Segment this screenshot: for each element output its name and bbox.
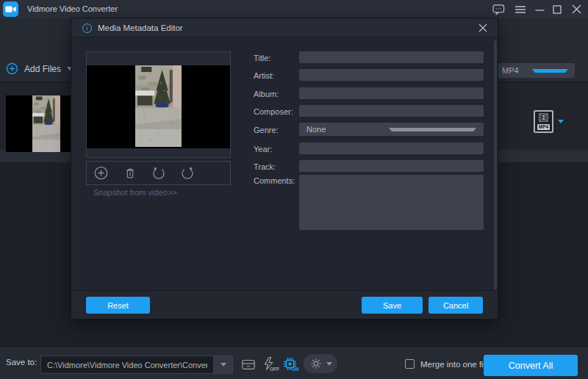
title-bar: Vidmore Video Converter [0,0,588,18]
dialog-footer: Reset Save Cancel [71,290,498,319]
bottom-bar: Save to: OFF ON [0,346,588,379]
snapshot-from-video-link[interactable]: Snapshot from video>> [93,188,177,197]
mp4-file-icon[interactable]: MP4 [534,110,553,133]
add-files-label: Add Files [24,64,61,74]
mp4-badge-label: MP4 [537,124,550,130]
output-folder-icon [241,357,256,371]
genre-label: Genre: [254,126,279,134]
track-label: Track: [254,162,276,171]
format-caret-icon [532,69,568,73]
gpu-accel-on-button[interactable]: ON [280,354,300,374]
feedback-icon[interactable] [490,0,507,18]
title-field[interactable] [299,51,484,63]
film-icon [539,113,548,122]
delete-cover-button[interactable] [118,162,142,184]
merge-option: Merge into one file [405,359,490,369]
save-path-field[interactable] [40,355,214,374]
row-output-format: MP4 [534,110,564,133]
dialog-header: i Media Metadata Editor [71,18,498,37]
minimize-button[interactable] [531,0,548,18]
plus-circle-icon [93,165,109,181]
comments-label: Comments: [254,176,295,185]
artist-label: Artist: [254,71,274,80]
rotate-left-button[interactable] [146,162,171,184]
plus-circle-icon [6,62,18,75]
close-window-button[interactable] [567,0,586,18]
year-label: Year: [254,145,272,154]
rotate-cw-icon [180,166,195,181]
album-field[interactable] [299,87,484,99]
trash-icon [123,166,137,181]
app-title: Vidmore Video Converter [27,0,118,18]
menu-icon[interactable] [512,0,529,18]
close-icon [478,24,487,32]
composer-label: Composer: [254,107,293,116]
path-caret-icon [220,363,226,367]
title-label: Title: [254,54,270,62]
output-format-select[interactable]: MP4 [495,63,575,78]
cover-image [87,65,230,148]
media-metadata-editor-dialog: i Media Metadata Editor [71,18,498,319]
off-label: OFF [270,367,279,372]
hardware-accel-off-button[interactable]: OFF [259,354,279,374]
add-cover-button[interactable] [89,162,113,184]
video-thumbnail[interactable] [6,95,71,152]
artist-field[interactable] [299,69,484,81]
cover-toolbar [86,161,231,185]
cancel-button[interactable]: Cancel [429,297,483,314]
comments-field[interactable] [299,175,484,230]
dialog-close-button[interactable] [473,19,492,37]
row-format-caret-icon[interactable] [558,120,564,123]
gear-icon [309,357,323,370]
maximize-button[interactable] [548,0,566,18]
app-window: Vidmore Video Converter [0,0,588,379]
genre-caret-icon [389,128,477,131]
dialog-scrollbar[interactable] [494,40,497,290]
genre-select[interactable]: None [299,123,484,136]
save-to-label: Save to: [6,358,37,367]
open-folder-button[interactable] [238,354,258,374]
on-label: ON [292,367,299,372]
reset-button[interactable]: Reset [86,297,150,314]
info-icon: i [82,24,92,33]
merge-checkbox[interactable] [405,359,415,369]
app-logo-icon [3,1,18,17]
rotate-right-button[interactable] [175,162,199,184]
composer-field[interactable] [299,105,484,117]
track-field[interactable] [299,160,484,172]
album-label: Album: [254,90,279,98]
save-button[interactable]: Save [362,297,423,314]
settings-button[interactable] [304,354,337,373]
output-format-value: MP4 [502,66,532,75]
dialog-title: Media Metadata Editor [98,18,183,37]
genre-value: None [306,125,389,134]
convert-all-button[interactable]: Convert All [484,355,578,376]
rotate-ccw-icon [151,166,166,181]
merge-label: Merge into one file [420,360,490,369]
add-files-button[interactable]: Add Files [6,62,73,75]
save-path-dropdown[interactable] [214,355,233,374]
settings-caret-icon [326,362,332,366]
year-field[interactable] [299,142,484,154]
cover-preview [86,51,231,158]
